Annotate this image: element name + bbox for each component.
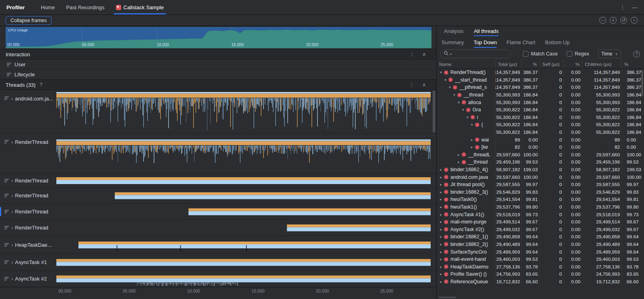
topdown-row[interactable]: ▾__pthread_s114,357,849386.3700.00114,35…	[437, 84, 644, 91]
tab-callstack-sample[interactable]: Callstack Sample	[110, 0, 169, 14]
search-input[interactable]	[453, 51, 507, 57]
tree-expand-icon[interactable]: ▸	[469, 145, 475, 149]
thread-row-2[interactable]: ›RenderThread	[0, 174, 436, 188]
expand-chevron-icon[interactable]: ›	[11, 276, 13, 282]
thread-track[interactable]	[56, 90, 431, 133]
method-name-cell[interactable]: ▾RenderThread()	[437, 69, 495, 76]
tab-home[interactable]: Home	[35, 0, 61, 14]
thread-row-0[interactable]: ›android.com.ja...	[0, 90, 436, 133]
expand-chevron-icon[interactable]: ›	[11, 96, 13, 102]
thread-track[interactable]	[56, 220, 431, 235]
tree-expand-icon[interactable]: ▸	[438, 242, 444, 246]
topdown-row[interactable]: ▸Profile Saver() ()24,756,99383.6500.002…	[437, 270, 644, 278]
method-name-cell[interactable]: ▸android.com.java	[437, 173, 495, 181]
topdown-row[interactable]: ▸__threadL29,597,660100.0000.0029,597,66…	[437, 151, 644, 159]
thread-row-7[interactable]: ›AsyncTask #1	[0, 254, 436, 271]
tree-expand-icon[interactable]: ▸	[438, 197, 444, 201]
tree-expand-icon[interactable]: ▸	[469, 138, 475, 142]
method-name-cell[interactable]: ▸hwuiTask0()	[437, 196, 495, 203]
topdown-row[interactable]: ▸wai890.0000.00890.00	[437, 136, 644, 143]
column-header-1[interactable]: Total (µs)	[495, 60, 522, 68]
threads-more-icon[interactable]: ⋮	[409, 82, 414, 88]
topdown-row[interactable]: ▾Gra55,300,822186.8400.0055,300,822186.8…	[437, 106, 644, 114]
subtab-summary[interactable]: Summary	[442, 37, 464, 48]
tab-past-recordings[interactable]: Past Recordings	[60, 0, 110, 14]
method-name-cell[interactable]: ▸binder:16862_2()	[437, 241, 495, 248]
method-name-cell[interactable]: ▸Profile Saver() ()	[437, 270, 495, 278]
interaction-more-icon[interactable]: ⋮	[409, 51, 414, 57]
tree-expand-icon[interactable]: ▸	[438, 280, 444, 284]
thread-row-3[interactable]: ›RenderThread	[0, 188, 436, 204]
method-name-cell[interactable]: ▸__thread	[437, 158, 495, 166]
tree-expand-icon[interactable]: ▸	[438, 220, 444, 224]
tree-collapse-icon[interactable]: ▾	[452, 93, 457, 97]
topdown-row[interactable]: 55,300,822186.8400.0055,300,822186.84	[437, 129, 644, 136]
tree-collapse-icon[interactable]: ▾	[469, 123, 475, 127]
search-box[interactable]: ∨	[440, 49, 511, 58]
regex-checkbox[interactable]: Regex	[567, 51, 589, 57]
method-name-cell[interactable]: ▾alloca	[437, 98, 495, 106]
topdown-row[interactable]: ▾alloca55,300,993186.8400.0055,300,99318…	[437, 98, 644, 106]
topdown-row[interactable]: ▸__thread29,459,19699.5300.0029,459,1969…	[437, 158, 644, 166]
expand-chevron-icon[interactable]: ›	[11, 178, 13, 184]
zoom-in-icon[interactable]: +	[610, 17, 617, 24]
topdown-row[interactable]: ▾i55,300,822186.8400.0055,300,822186.84	[437, 114, 644, 121]
expand-chevron-icon[interactable]: ›	[11, 259, 13, 265]
column-header-3[interactable]: Self (µs)	[540, 60, 564, 68]
zoom-to-selection-icon[interactable]: ▫	[631, 17, 638, 24]
topdown-row[interactable]: ▸ReferenceQueue19,712,83266.6000.0019,71…	[437, 278, 644, 286]
topdown-row[interactable]: ▸binder:16862_4()58,907,182199.0300.0058…	[437, 166, 644, 174]
thread-row-5[interactable]: ›RenderThread	[0, 220, 436, 236]
tree-expand-icon[interactable]: ▸	[438, 190, 444, 194]
method-name-cell[interactable]: ▸binder:16862_1()	[437, 233, 495, 241]
topdown-row[interactable]: ▸[ke820.0000.00820.00	[437, 143, 644, 151]
method-name-cell[interactable]: ▸Jit thread pool()	[437, 181, 495, 188]
topdown-row[interactable]: ▸hwuiTask0()29,541,55499.8100.0029,541,5…	[437, 196, 644, 203]
tree-collapse-icon[interactable]: ▾	[460, 108, 466, 112]
thread-row-4[interactable]: ›RenderThread	[0, 204, 436, 220]
threads-help-icon[interactable]: ?	[39, 82, 42, 88]
thread-track[interactable]	[56, 204, 431, 219]
method-name-cell[interactable]: ▸hwuiTask1()	[437, 203, 495, 211]
more-vertical-icon[interactable]: ⋮	[620, 4, 625, 10]
tree-collapse-icon[interactable]: ▾	[443, 78, 448, 82]
tab-analysis[interactable]: Analysis	[444, 26, 463, 36]
minimize-icon[interactable]: —	[632, 4, 638, 10]
tree-expand-icon[interactable]: ▸	[438, 205, 444, 209]
topdown-row[interactable]: ▸binder:16862_1()29,490,85899.6400.0029,…	[437, 233, 644, 241]
topdown-row[interactable]: ▸mali-event-hand29,460,00399.5300.0029,4…	[437, 256, 644, 263]
match-case-box[interactable]	[523, 51, 528, 57]
thread-track[interactable]	[56, 134, 431, 173]
topdown-row[interactable]: ▾__start_thread114,357,849386.3700.00114…	[437, 76, 644, 84]
column-header-0[interactable]: Name	[437, 60, 495, 68]
method-name-cell[interactable]	[437, 129, 495, 136]
tree-expand-icon[interactable]: ▸	[438, 250, 444, 254]
method-name-cell[interactable]: ▾__thread	[437, 91, 495, 99]
cpu-usage-chart[interactable]: CPU Usage 00.00005.00010.00015.00020.000…	[0, 26, 436, 49]
method-name-cell[interactable]: ▸[ke	[437, 143, 495, 151]
thread-row-6[interactable]: ›HeapTaskDae...	[0, 236, 436, 254]
column-header-4[interactable]: %	[564, 60, 582, 68]
thread-row-1[interactable]: ›RenderThread	[0, 133, 436, 174]
threads-collapse-icon[interactable]: ∧	[422, 82, 426, 88]
topdown-row[interactable]: ▸HeapTaskDaemo27,758,13693.7800.0027,758…	[437, 263, 644, 270]
subtab-flame-chart[interactable]: Flame Chart	[506, 37, 535, 48]
interaction-row-user[interactable]: User	[0, 59, 436, 70]
method-name-cell[interactable]: ▸binder:16862_4()	[437, 166, 495, 174]
time-filter-dropdown[interactable]: Time ∨	[598, 49, 621, 58]
method-name-cell[interactable]: ▸binder:16862_3()	[437, 188, 495, 196]
thread-track[interactable]	[56, 188, 431, 203]
tree-expand-icon[interactable]: ▸	[438, 257, 444, 261]
tree-expand-icon[interactable]: ▸	[438, 168, 444, 172]
threads-scrollbar[interactable]	[433, 90, 435, 133]
topdown-row[interactable]: ▸AsyncTask #2()29,499,03299.6700.0029,49…	[437, 225, 644, 233]
tree-collapse-icon[interactable]: ▾	[456, 100, 461, 104]
interaction-section-header[interactable]: Interaction ⋮ ∧	[0, 49, 436, 59]
topdown-row[interactable]: ▸SurfaceSyncGro29,489,95999.6400.0029,48…	[437, 248, 644, 256]
zoom-out-icon[interactable]: −	[599, 17, 606, 24]
subtab-top-down[interactable]: Top Down	[474, 37, 497, 48]
method-name-cell[interactable]: ▸ReferenceQueue	[437, 278, 495, 286]
subtab-bottom-up[interactable]: Bottom Up	[545, 37, 570, 48]
method-name-cell[interactable]: ▸AsyncTask #1()	[437, 211, 495, 218]
threads-section-header[interactable]: Threads (33) ? ⋮ ∧	[0, 80, 436, 90]
